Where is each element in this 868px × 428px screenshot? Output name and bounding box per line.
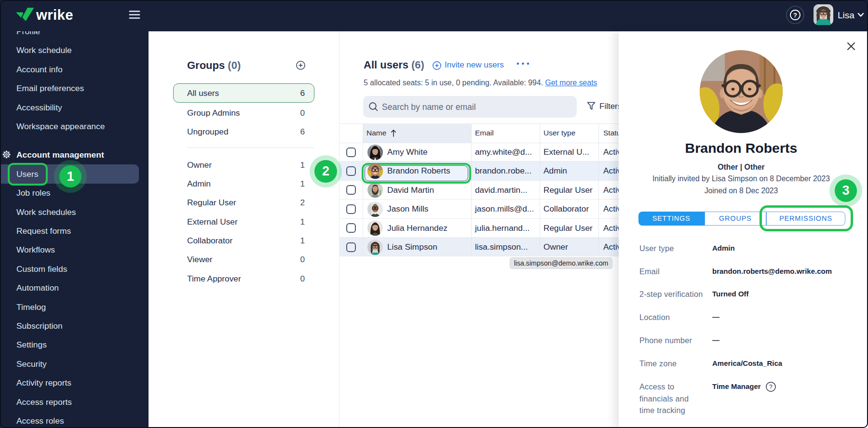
svg-text:wrike: wrike xyxy=(36,7,73,22)
svg-text:?: ? xyxy=(793,12,797,19)
svg-text:?: ? xyxy=(769,384,773,390)
